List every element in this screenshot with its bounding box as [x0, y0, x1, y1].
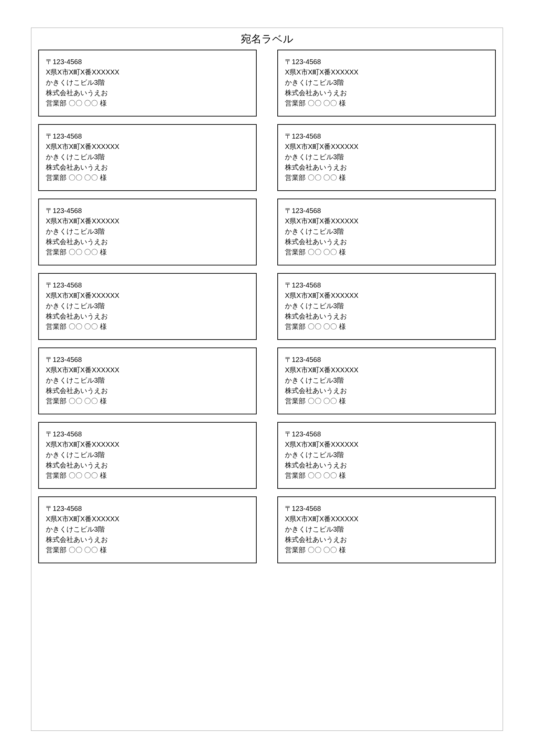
label-address: X県X市X町X番XXXXXX — [46, 514, 249, 524]
address-label: 〒123-4568X県X市X町X番XXXXXXかきくけこビル3階株式会社あいうえ… — [277, 273, 496, 340]
label-postal: 〒123-4568 — [285, 205, 488, 216]
label-company: 株式会社あいうえお — [46, 385, 249, 396]
label-postal: 〒123-4568 — [46, 131, 249, 141]
label-building: かきくけこビル3階 — [285, 524, 488, 534]
label-company: 株式会社あいうえお — [46, 311, 249, 321]
label-company: 株式会社あいうえお — [285, 311, 488, 321]
label-building: かきくけこビル3階 — [46, 226, 249, 236]
label-company: 株式会社あいうえお — [285, 534, 488, 545]
label-company: 株式会社あいうえお — [285, 162, 488, 172]
label-postal: 〒123-4568 — [285, 57, 488, 67]
label-building: かきくけこビル3階 — [46, 524, 249, 534]
label-address: X県X市X町X番XXXXXX — [46, 141, 249, 152]
label-address: X県X市X町X番XXXXXX — [285, 141, 488, 152]
label-recipient: 営業部 〇〇 〇〇 様 — [285, 247, 488, 257]
address-label: 〒123-4568X県X市X町X番XXXXXXかきくけこビル3階株式会社あいうえ… — [38, 50, 257, 117]
label-company: 株式会社あいうえお — [46, 236, 249, 247]
label-address: X県X市X町X番XXXXXX — [46, 290, 249, 301]
label-postal: 〒123-4568 — [46, 354, 249, 365]
label-building: かきくけこビル3階 — [46, 77, 249, 88]
label-recipient: 営業部 〇〇 〇〇 様 — [46, 98, 249, 108]
label-recipient: 営業部 〇〇 〇〇 様 — [46, 247, 249, 257]
label-address: X県X市X町X番XXXXXX — [46, 216, 249, 226]
label-recipient: 営業部 〇〇 〇〇 様 — [46, 321, 249, 332]
page-title: 宛名ラベル — [38, 32, 496, 46]
address-label: 〒123-4568X県X市X町X番XXXXXXかきくけこビル3階株式会社あいうえ… — [38, 422, 257, 489]
label-company: 株式会社あいうえお — [46, 162, 249, 172]
label-building: かきくけこビル3階 — [285, 450, 488, 460]
address-label: 〒123-4568X県X市X町X番XXXXXXかきくけこビル3階株式会社あいうえ… — [277, 124, 496, 191]
label-address: X県X市X町X番XXXXXX — [285, 290, 488, 301]
label-postal: 〒123-4568 — [46, 503, 249, 514]
label-grid: 〒123-4568X県X市X町X番XXXXXXかきくけこビル3階株式会社あいうえ… — [38, 50, 496, 563]
label-address: X県X市X町X番XXXXXX — [46, 439, 249, 450]
label-address: X県X市X町X番XXXXXX — [46, 365, 249, 375]
label-company: 株式会社あいうえお — [285, 385, 488, 396]
label-company: 株式会社あいうえお — [46, 534, 249, 545]
address-label: 〒123-4568X県X市X町X番XXXXXXかきくけこビル3階株式会社あいうえ… — [38, 347, 257, 414]
label-building: かきくけこビル3階 — [285, 301, 488, 311]
label-page: 宛名ラベル 〒123-4568X県X市X町X番XXXXXXかきくけこビル3階株式… — [31, 28, 503, 731]
label-building: かきくけこビル3階 — [285, 77, 488, 88]
label-recipient: 営業部 〇〇 〇〇 様 — [285, 470, 488, 481]
label-building: かきくけこビル3階 — [46, 301, 249, 311]
label-postal: 〒123-4568 — [46, 280, 249, 290]
label-address: X県X市X町X番XXXXXX — [285, 365, 488, 375]
label-postal: 〒123-4568 — [285, 429, 488, 439]
label-address: X県X市X町X番XXXXXX — [46, 67, 249, 77]
label-recipient: 営業部 〇〇 〇〇 様 — [46, 470, 249, 481]
label-building: かきくけこビル3階 — [285, 152, 488, 162]
label-postal: 〒123-4568 — [285, 131, 488, 141]
label-address: X県X市X町X番XXXXXX — [285, 514, 488, 524]
address-label: 〒123-4568X県X市X町X番XXXXXXかきくけこビル3階株式会社あいうえ… — [38, 273, 257, 340]
label-building: かきくけこビル3階 — [46, 450, 249, 460]
address-label: 〒123-4568X県X市X町X番XXXXXXかきくけこビル3階株式会社あいうえ… — [277, 347, 496, 414]
address-label: 〒123-4568X県X市X町X番XXXXXXかきくけこビル3階株式会社あいうえ… — [277, 496, 496, 563]
address-label: 〒123-4568X県X市X町X番XXXXXXかきくけこビル3階株式会社あいうえ… — [38, 496, 257, 563]
label-company: 株式会社あいうえお — [46, 88, 249, 98]
label-recipient: 営業部 〇〇 〇〇 様 — [285, 98, 488, 108]
label-recipient: 営業部 〇〇 〇〇 様 — [285, 172, 488, 183]
label-postal: 〒123-4568 — [46, 205, 249, 216]
label-building: かきくけこビル3階 — [46, 152, 249, 162]
address-label: 〒123-4568X県X市X町X番XXXXXXかきくけこビル3階株式会社あいうえ… — [277, 50, 496, 117]
label-postal: 〒123-4568 — [46, 57, 249, 67]
address-label: 〒123-4568X県X市X町X番XXXXXXかきくけこビル3階株式会社あいうえ… — [38, 124, 257, 191]
label-postal: 〒123-4568 — [285, 503, 488, 514]
label-company: 株式会社あいうえお — [46, 460, 249, 470]
label-building: かきくけこビル3階 — [46, 375, 249, 385]
label-recipient: 営業部 〇〇 〇〇 様 — [285, 396, 488, 406]
label-building: かきくけこビル3階 — [285, 375, 488, 385]
label-building: かきくけこビル3階 — [285, 226, 488, 236]
label-postal: 〒123-4568 — [46, 429, 249, 439]
label-recipient: 営業部 〇〇 〇〇 様 — [46, 172, 249, 183]
label-postal: 〒123-4568 — [285, 280, 488, 290]
label-recipient: 営業部 〇〇 〇〇 様 — [285, 545, 488, 555]
label-company: 株式会社あいうえお — [285, 460, 488, 470]
label-company: 株式会社あいうえお — [285, 88, 488, 98]
label-address: X県X市X町X番XXXXXX — [285, 439, 488, 450]
label-recipient: 営業部 〇〇 〇〇 様 — [285, 321, 488, 332]
label-recipient: 営業部 〇〇 〇〇 様 — [46, 396, 249, 406]
label-company: 株式会社あいうえお — [285, 236, 488, 247]
label-address: X県X市X町X番XXXXXX — [285, 67, 488, 77]
address-label: 〒123-4568X県X市X町X番XXXXXXかきくけこビル3階株式会社あいうえ… — [38, 199, 257, 265]
label-postal: 〒123-4568 — [285, 354, 488, 365]
label-address: X県X市X町X番XXXXXX — [285, 216, 488, 226]
address-label: 〒123-4568X県X市X町X番XXXXXXかきくけこビル3階株式会社あいうえ… — [277, 422, 496, 489]
label-recipient: 営業部 〇〇 〇〇 様 — [46, 545, 249, 555]
address-label: 〒123-4568X県X市X町X番XXXXXXかきくけこビル3階株式会社あいうえ… — [277, 199, 496, 265]
